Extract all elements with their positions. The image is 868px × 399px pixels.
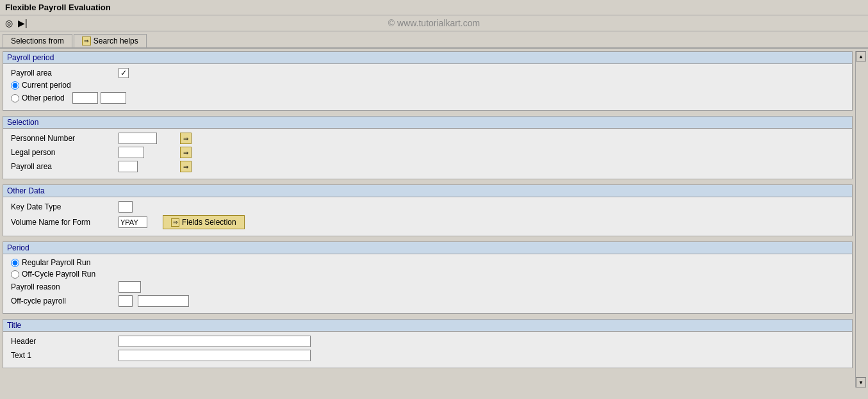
personnel-number-input[interactable] [119,133,157,144]
tab-search-helps[interactable]: ⇒ Search helps [74,34,147,47]
other-period-radio[interactable] [11,94,19,102]
personnel-number-label: Personnel Number [11,134,113,143]
payroll-reason-label: Payroll reason [11,282,113,291]
header-input[interactable] [119,336,311,347]
scroll-down-btn[interactable]: ▼ [856,377,866,387]
regular-payroll-radio[interactable] [11,259,19,267]
regular-payroll-label: Regular Payroll Run [22,258,90,267]
volume-name-row: Volume Name for Form ⇒ Fields Selection [11,215,844,229]
payroll-reason-row: Payroll reason [11,281,844,293]
payroll-area-checkbox[interactable]: ✓ [119,68,129,78]
form-area: Payroll period Payroll area ✓ Current pe… [3,51,855,387]
selection-body: Personnel Number ⇒ Legal person ⇒ Payrol… [3,129,852,179]
selection-payroll-area-arrow-btn[interactable]: ⇒ [180,161,192,172]
period-body: Regular Payroll Run Off-Cycle Payroll Ru… [3,254,852,313]
payroll-area-label: Payroll area [11,69,113,77]
off-cycle-payroll-label: Off-Cycle Payroll Run [22,270,95,279]
key-date-type-label: Key Date Type [11,202,113,211]
scroll-up-btn[interactable]: ▲ [856,51,866,61]
personnel-number-row: Personnel Number ⇒ [11,133,844,144]
selection-header: Selection [3,117,852,129]
current-period-row: Current period [11,81,844,90]
other-data-body: Key Date Type Volume Name for Form ⇒ Fie… [3,197,852,236]
other-period-input1[interactable] [72,92,98,104]
current-period-radio[interactable] [11,81,19,90]
selections-from-label: Selections from [11,37,64,45]
off-cycle-payroll-radio[interactable] [11,270,19,279]
volume-name-input[interactable] [119,216,147,228]
fields-selection-label: Fields Selection [182,218,236,227]
title-section-body: Header Text 1 [3,332,852,368]
period-section: Period Regular Payroll Run Off-Cycle Pay… [3,241,853,314]
payroll-reason-input[interactable] [119,281,141,293]
other-period-input2[interactable] [101,92,126,104]
off-cycle-input2[interactable] [138,295,189,307]
off-cycle-payroll-row: Off-Cycle Payroll Run [11,270,844,279]
title-section: Title Header Text 1 [3,319,853,368]
off-cycle-payroll-input-row: Off-cycle payroll [11,295,844,307]
scrollbar-right: ▲ ▼ [855,51,865,387]
legal-person-row: Legal person ⇒ [11,147,844,158]
current-period-label: Current period [22,81,71,90]
selection-payroll-area-label: Payroll area [11,162,113,171]
legal-person-input[interactable] [119,147,144,158]
toolbar-icon1[interactable]: ◎ [5,18,13,28]
payroll-period-body: Payroll area ✓ Current period Other peri… [3,64,852,110]
tab-selections-from[interactable]: Selections from [3,34,72,47]
selection-payroll-area-input[interactable] [119,161,138,172]
toolbar-icon2[interactable]: ▶| [18,18,28,28]
window-title: Flexible Payroll Evaluation [5,3,111,12]
key-date-type-row: Key Date Type [11,201,844,213]
tab-bar: Selections from ⇒ Search helps [0,31,868,49]
fields-selection-btn[interactable]: ⇒ Fields Selection [163,215,245,229]
text1-label: Text 1 [11,351,113,360]
regular-payroll-row: Regular Payroll Run [11,258,844,267]
payroll-period-header: Payroll period [3,52,852,64]
header-label: Header [11,337,113,346]
main-content: Payroll period Payroll area ✓ Current pe… [0,49,868,390]
text1-row: Text 1 [11,350,844,361]
legal-person-label: Legal person [11,148,113,157]
other-data-section: Other Data Key Date Type Volume Name for… [3,184,853,236]
legal-person-arrow-btn[interactable]: ⇒ [180,147,192,158]
personnel-number-arrow-btn[interactable]: ⇒ [180,133,192,144]
text1-input[interactable] [119,350,311,361]
toolbar: ◎ ▶| © www.tutorialkart.com [0,15,868,31]
header-row: Header [11,336,844,347]
volume-name-label: Volume Name for Form [11,218,113,227]
key-date-type-input[interactable] [119,201,133,213]
other-period-row: Other period [11,92,844,104]
period-header: Period [3,242,852,254]
off-cycle-payroll-label2: Off-cycle payroll [11,297,113,305]
payroll-area-row: Payroll area ✓ [11,68,844,78]
watermark: © www.tutorialkart.com [388,18,480,28]
fields-selection-arrow-icon: ⇒ [171,218,179,227]
title-section-header: Title [3,320,852,332]
off-cycle-input1[interactable] [119,295,133,307]
search-helps-label: Search helps [94,37,138,45]
other-data-header: Other Data [3,185,852,197]
other-period-label: Other period [22,94,65,102]
title-bar: Flexible Payroll Evaluation [0,0,868,15]
payroll-period-section: Payroll period Payroll area ✓ Current pe… [3,51,853,111]
selection-payroll-area-row: Payroll area ⇒ [11,161,844,172]
search-helps-arrow-icon: ⇒ [82,37,91,45]
selection-section: Selection Personnel Number ⇒ Legal perso… [3,116,853,179]
